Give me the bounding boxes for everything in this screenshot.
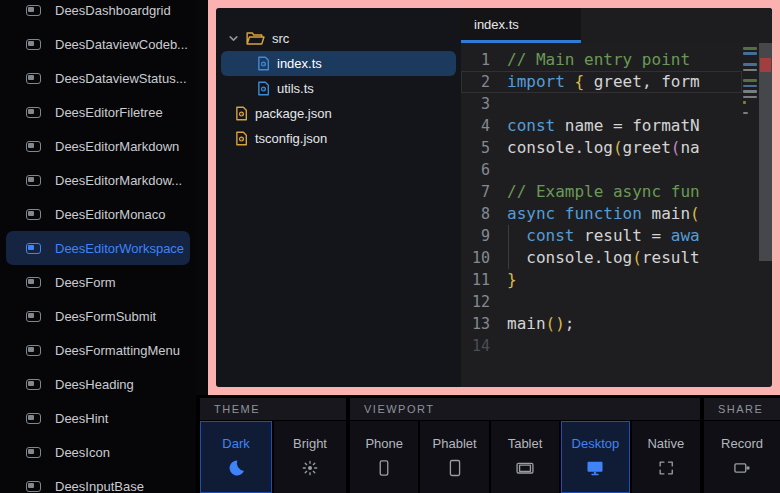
sidebar-item-label: DeesHeading (55, 377, 134, 392)
component-window-icon (26, 39, 41, 50)
component-window-icon (26, 379, 41, 390)
component-window-icon (26, 73, 41, 84)
code-line-3[interactable]: 3 (461, 93, 742, 115)
editor-tab-label: index.ts (474, 17, 519, 32)
sidebar-item-label: DeesHint (55, 411, 108, 426)
workspace-canvas: srcindex.tsutils.tspackage.jsontsconfig.… (216, 8, 772, 387)
phone-button[interactable]: Phone (350, 421, 418, 493)
typescript-file-icon (257, 81, 270, 96)
button-label: Record (721, 436, 763, 451)
tab-bar-empty-space (581, 8, 772, 43)
code-editor: index.ts 1 // Main entry point2 import {… (461, 8, 772, 387)
line-number: 13 (461, 313, 507, 335)
tree-item-src[interactable]: src (221, 26, 456, 51)
code-line-11[interactable]: 11 } (461, 269, 742, 291)
code-text: const result = awa (507, 225, 700, 247)
desktop-button[interactable]: Desktop (561, 421, 629, 493)
tree-item-index.ts[interactable]: index.ts (221, 51, 456, 76)
sidebar-item-deeseditorworkspace[interactable]: DeesEditorWorkspace (6, 231, 190, 265)
code-text: // Main entry point (507, 49, 690, 71)
tree-item-utils.ts[interactable]: utils.ts (221, 76, 456, 101)
editor-tab-index-ts[interactable]: index.ts (461, 8, 581, 43)
code-text: import { greet, form (507, 71, 700, 93)
code-line-2[interactable]: 2 import { greet, form (461, 71, 742, 93)
sidebar-item-deeshint[interactable]: DeesHint (6, 401, 190, 435)
sidebar-item-deesicon[interactable]: DeesIcon (6, 435, 190, 469)
sidebar-item-deeseditormonaco[interactable]: DeesEditorMonaco (6, 197, 190, 231)
sidebar-item-label: DeesInputBase (55, 479, 144, 493)
toolbar-section-label-share: SHARE (704, 398, 780, 420)
record-icon (731, 458, 753, 478)
component-window-icon (26, 311, 41, 322)
minimap-line (743, 79, 757, 82)
component-window-icon (26, 481, 41, 492)
tree-item-label: tsconfig.json (255, 131, 327, 146)
phablet-icon (445, 458, 465, 478)
sidebar-item-deesinputbase[interactable]: DeesInputBase (6, 469, 190, 493)
code-line-5[interactable]: 5 console.log(greet(na (461, 137, 742, 159)
phablet-button[interactable]: Phablet (420, 421, 488, 493)
sidebar-item-deesdataviewcodeb[interactable]: DeesDataviewCodeb... (6, 27, 190, 61)
minimap-line (743, 69, 757, 72)
code-line-13[interactable]: 13 main(); (461, 313, 742, 335)
native-button[interactable]: Native (632, 421, 700, 493)
line-number: 11 (461, 269, 507, 291)
editor-scrollbar[interactable] (759, 43, 772, 387)
toolbar-section-label-theme: THEME (200, 398, 346, 420)
tree-item-label: utils.ts (277, 81, 314, 96)
sidebar-item-deesform[interactable]: DeesForm (6, 265, 190, 299)
code-line-7[interactable]: 7 // Example async fun (461, 181, 742, 203)
component-window-icon (26, 345, 41, 356)
minimap-line (743, 47, 757, 50)
record-button[interactable]: Record (704, 421, 780, 493)
phone-icon (374, 458, 394, 478)
component-window-icon (26, 107, 41, 118)
sidebar-item-deeseditorfiletree[interactable]: DeesEditorFiletree (6, 95, 190, 129)
sidebar-item-deesformsubmit[interactable]: DeesFormSubmit (6, 299, 190, 333)
component-window-icon (26, 413, 41, 424)
component-window-icon (26, 447, 41, 458)
minimap-line (743, 96, 757, 99)
bright-button[interactable]: Bright (274, 421, 346, 493)
code-text: console.log(result (507, 247, 700, 269)
folder-open-icon (246, 31, 265, 46)
chevron-down-icon[interactable] (227, 33, 239, 45)
code-line-12[interactable]: 12 (461, 291, 742, 313)
component-window-icon (26, 175, 41, 186)
line-number: 7 (461, 181, 507, 203)
sidebar-item-label: DeesDashboardgrid (55, 3, 171, 18)
scrollbar-thumb[interactable] (759, 43, 772, 261)
editor-minimap[interactable] (742, 43, 759, 387)
tablet-button[interactable]: Tablet (491, 421, 559, 493)
sidebar-item-label: DeesDataviewStatus... (55, 71, 187, 86)
sidebar-item-deesdataviewstatus[interactable]: DeesDataviewStatus... (6, 61, 190, 95)
sidebar-item-deeseditormarkdow[interactable]: DeesEditorMarkdow... (6, 163, 190, 197)
code-line-10[interactable]: 10 console.log(result (461, 247, 742, 269)
button-label: Phablet (433, 436, 477, 451)
code-line-6[interactable]: 6 (461, 159, 742, 181)
code-line-8[interactable]: 8 async function main( (461, 203, 742, 225)
tree-item-package.json[interactable]: package.json (221, 101, 456, 126)
component-window-icon (26, 141, 41, 152)
code-line-1[interactable]: 1 // Main entry point (461, 49, 742, 71)
toolbar-section-label-viewport: VIEWPORT (350, 398, 700, 420)
code-area[interactable]: 1 // Main entry point2 import { greet, f… (461, 43, 742, 387)
sidebar-item-deesheading[interactable]: DeesHeading (6, 367, 190, 401)
dark-button[interactable]: Dark (200, 421, 272, 493)
component-window-icon (26, 5, 41, 16)
tree-item-tsconfig.json[interactable]: tsconfig.json (221, 126, 456, 151)
sidebar-item-deesformattingmenu[interactable]: DeesFormattingMenu (6, 333, 190, 367)
sidebar-item-deeseditormarkdown[interactable]: DeesEditorMarkdown (6, 129, 190, 163)
line-number: 5 (461, 137, 507, 159)
sidebar-item-deesdashboardgrid[interactable]: DeesDashboardgrid (6, 0, 190, 27)
code-text: } (507, 269, 517, 291)
code-line-9[interactable]: 9 const result = awa (461, 225, 742, 247)
line-number: 4 (461, 115, 507, 137)
native-icon (656, 458, 676, 478)
code-line-4[interactable]: 4 const name = formatN (461, 115, 742, 137)
component-window-icon (26, 209, 41, 220)
toolbar-group-viewport: PhonePhabletTabletDesktopNative (350, 421, 700, 493)
toolbar-group-share: Record (704, 421, 780, 493)
code-line-14[interactable]: 14 (461, 335, 742, 357)
minimap-line (743, 63, 757, 66)
